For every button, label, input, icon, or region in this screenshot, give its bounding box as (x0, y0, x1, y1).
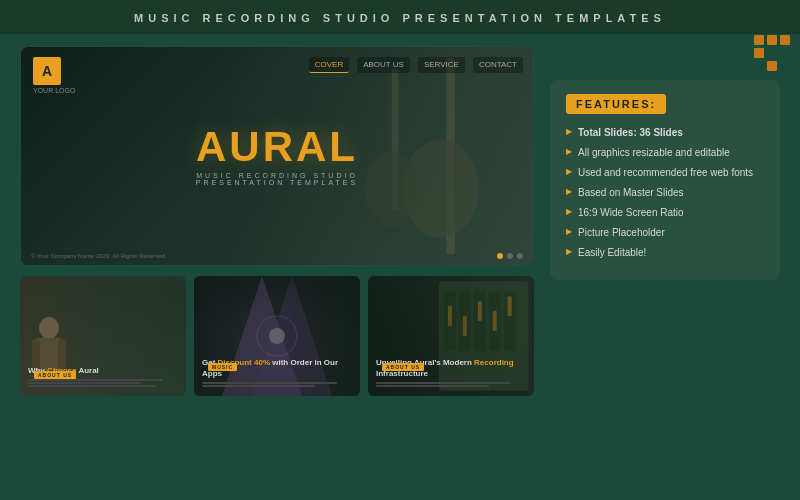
thumb-line-1 (28, 379, 163, 381)
feature-item-3: ▶ Used and recommended free web fonts (566, 166, 764, 179)
slide-title-area: AURAL MUSIC RECORDING STUDIO PRESENTATIO… (149, 126, 405, 186)
feature-text-1: Total Slides: 36 Slides (578, 126, 683, 139)
thumb-3-line-1 (376, 382, 511, 384)
thumb-2-line-1 (202, 382, 337, 384)
right-section: FEATURES: ▶ Total Slides: 36 Slides ▶ Al… (550, 46, 780, 490)
main-slide-preview: A YOUR LOGO COVER ABOUT US SERVICE CONTA… (20, 46, 534, 266)
logo-letter: A (42, 63, 52, 79)
feature-text-5: 16:9 Wide Screen Ratio (578, 206, 684, 219)
thumb-3-text-lines (376, 382, 526, 387)
feature-arrow-4: ▶ (566, 187, 572, 196)
thumb-3-badge: ABOUT US (382, 363, 424, 371)
feature-text-4: Based on Master Slides (578, 186, 684, 199)
nav-about[interactable]: ABOUT US (357, 57, 410, 73)
slide-footer: © Your Company Name 2023. All Rights Res… (31, 253, 523, 259)
dot-3 (517, 253, 523, 259)
feature-arrow-2: ▶ (566, 147, 572, 156)
feature-arrow-1: ▶ (566, 127, 572, 136)
thumb-1-badge: ABOUT US (34, 371, 76, 379)
deco-sq-5 (767, 48, 777, 58)
dot-1 (497, 253, 503, 259)
slide-main-title: AURAL (149, 126, 405, 168)
slide-dots (497, 253, 523, 259)
feature-item-1: ▶ Total Slides: 36 Slides (566, 126, 764, 139)
feature-item-6: ▶ Picture Placeholder (566, 226, 764, 239)
svg-point-11 (257, 316, 297, 356)
thumb-1-content: ABOUT US Why Choose Aural (28, 366, 178, 388)
slide-subtitle: MUSIC RECORDING STUDIO PRESENTATION TEMP… (149, 172, 405, 186)
feature-item-5: ▶ 16:9 Wide Screen Ratio (566, 206, 764, 219)
features-box: FEATURES: ▶ Total Slides: 36 Slides ▶ Al… (550, 80, 780, 280)
page-title: MUSIC RECORDING STUDIO PRESENTATION TEMP… (134, 12, 666, 24)
main-content: A YOUR LOGO COVER ABOUT US SERVICE CONTA… (0, 34, 800, 500)
nav-contact[interactable]: CONTACT (473, 57, 523, 73)
thumb-1-title-end: Aural (76, 366, 98, 375)
deco-sq-3 (780, 35, 790, 45)
logo-text: YOUR LOGO (33, 87, 75, 94)
thumb-3-title-highlight: Recording (474, 358, 514, 367)
feature-arrow-3: ▶ (566, 167, 572, 176)
svg-rect-19 (463, 316, 467, 336)
thumb-1-text-lines (28, 379, 178, 387)
thumb-3-line-2 (376, 385, 489, 387)
nav-cover[interactable]: COVER (309, 57, 349, 73)
page-header: MUSIC RECORDING STUDIO PRESENTATION TEMP… (0, 0, 800, 34)
deco-sq-4 (754, 48, 764, 58)
feature-arrow-5: ▶ (566, 207, 572, 216)
svg-rect-7 (58, 339, 66, 369)
bottom-thumbnails: ABOUT US Why Choose Aural (20, 276, 534, 396)
nav-service[interactable]: SERVICE (418, 57, 465, 73)
thumb-line-2 (28, 382, 141, 384)
feature-text-2: All graphics resizable and editable (578, 146, 730, 159)
svg-rect-21 (493, 311, 497, 331)
svg-rect-6 (32, 339, 40, 369)
thumb-2-badge: MUSIC (208, 363, 237, 371)
svg-rect-22 (508, 296, 512, 316)
deco-sq-8 (767, 61, 777, 71)
thumb-2-content: MUSIC Get Discount 40% with Order in Our… (202, 358, 352, 388)
deco-sq-9 (780, 61, 790, 71)
slide-footer-text: © Your Company Name 2023. All Rights Res… (31, 253, 167, 259)
feature-item-4: ▶ Based on Master Slides (566, 186, 764, 199)
thumbnail-2[interactable]: MUSIC Get Discount 40% with Order in Our… (194, 276, 360, 396)
thumb-3-content: ABOUT US Unveiling Aural's Modern Record… (376, 358, 526, 388)
feature-arrow-7: ▶ (566, 247, 572, 256)
thumbnail-1[interactable]: ABOUT US Why Choose Aural (20, 276, 186, 396)
decorative-squares (754, 35, 790, 71)
thumbnail-3[interactable]: ABOUT US Unveiling Aural's Modern Record… (368, 276, 534, 396)
deco-sq-1 (754, 35, 764, 45)
feature-item-2: ▶ All graphics resizable and editable (566, 146, 764, 159)
left-section: A YOUR LOGO COVER ABOUT US SERVICE CONTA… (20, 46, 534, 490)
feature-item-7: ▶ Easily Editable! (566, 246, 764, 259)
features-label: FEATURES: (566, 94, 666, 114)
svg-rect-18 (448, 306, 452, 326)
svg-point-4 (39, 317, 59, 339)
feature-text-7: Easily Editable! (578, 246, 646, 259)
deco-sq-7 (754, 61, 764, 71)
deco-sq-6 (780, 48, 790, 58)
feature-arrow-6: ▶ (566, 227, 572, 236)
deco-sq-2 (767, 35, 777, 45)
dot-2 (507, 253, 513, 259)
feature-text-3: Used and recommended free web fonts (578, 166, 753, 179)
thumb-2-text-lines (202, 382, 352, 387)
thumb-line-3 (28, 385, 156, 387)
logo-box: A (33, 57, 61, 85)
feature-text-6: Picture Placeholder (578, 226, 665, 239)
thumb-2-line-2 (202, 385, 315, 387)
svg-rect-20 (478, 301, 482, 321)
slide-logo: A YOUR LOGO (33, 57, 75, 94)
slide-navigation: COVER ABOUT US SERVICE CONTACT (309, 57, 523, 73)
